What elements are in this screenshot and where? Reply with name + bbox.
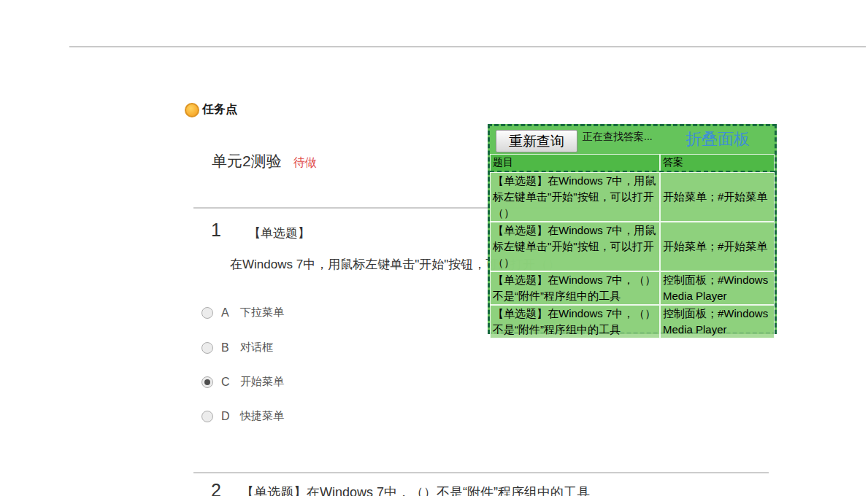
option-letter: A [221, 306, 234, 319]
radio-a[interactable] [201, 307, 213, 319]
collapse-panel-link[interactable]: 折叠面板 [685, 128, 750, 150]
quiz-status-badge: 待做 [293, 155, 317, 171]
question2-row: 2【单选题】在Windows 7中，（）不是“附件”程序组中的工具 [211, 480, 590, 496]
option-label: 快捷菜单 [240, 409, 284, 423]
radio-d[interactable] [201, 411, 213, 422]
answer-row-answer: 开始菜单；#开始菜单 [660, 222, 775, 271]
answer-row-answer: 控制面板；#Windows Media Player [660, 305, 775, 338]
answer-table-row: 【单选题】在Windows 7中，用鼠标左键单击"开始"按钮，可以打开（）开始菜… [490, 172, 775, 222]
answer-table-body: 【单选题】在Windows 7中，用鼠标左键单击"开始"按钮，可以打开（）开始菜… [490, 172, 775, 338]
requery-button[interactable]: 重新查询 [496, 130, 577, 152]
option-label: 下拉菜单 [240, 306, 284, 319]
option-row-d[interactable]: D快捷菜单 [201, 409, 284, 423]
answer-row-question: 【单选题】在Windows 7中，用鼠标左键单击"开始"按钮，可以打开（） [490, 172, 660, 222]
option-letter: C [221, 376, 234, 389]
answer-table-header: 题目 答案 [490, 154, 775, 172]
option-row-a[interactable]: A下拉菜单 [201, 306, 284, 319]
option-label: 开始菜单 [240, 375, 284, 389]
answer-row-answer: 开始菜单；#开始菜单 [660, 172, 775, 222]
radio-b[interactable] [201, 342, 213, 354]
answer-table: 题目 答案 【单选题】在Windows 7中，用鼠标左键单击"开始"按钮，可以打… [490, 154, 775, 338]
quiz-title-row: 单元2测验 待做 [212, 151, 317, 171]
answer-row-question: 【单选题】在Windows 7中，（）不是“附件”程序组中的工具 [490, 305, 660, 338]
answer-row-question: 【单选题】在Windows 7中，用鼠标左键单击"开始"按钮，可以打开（） [490, 222, 660, 271]
option-label: 对话框 [240, 341, 273, 354]
header-question-col: 题目 [490, 154, 660, 171]
header-answer-col: 答案 [660, 154, 775, 171]
question2-number: 2 [211, 480, 221, 496]
search-status-text: 正在查找答案... [583, 131, 653, 144]
task-point-label: 任务点 [202, 102, 237, 117]
answer-row-answer: 控制面板；#Windows Media Player [660, 271, 775, 305]
quiz-title: 单元2测验 [212, 151, 282, 171]
answer-table-row: 【单选题】在Windows 7中，（）不是“附件”程序组中的工具控制面板；#Wi… [490, 271, 775, 305]
answer-table-row: 【单选题】在Windows 7中，用鼠标左键单击"开始"按钮，可以打开（）开始菜… [490, 222, 775, 271]
task-point: 任务点 [185, 102, 237, 117]
task-point-icon [185, 103, 199, 117]
answer-panel-toolbar: 重新查询 正在查找答案... 折叠面板 [490, 126, 775, 154]
option-letter: B [221, 341, 234, 354]
answer-row-question: 【单选题】在Windows 7中，（）不是“附件”程序组中的工具 [490, 271, 660, 305]
question2-text: 【单选题】在Windows 7中，（）不是“附件”程序组中的工具 [241, 485, 590, 496]
option-row-b[interactable]: B对话框 [201, 341, 273, 354]
question2-divider [193, 472, 769, 473]
option-row-c[interactable]: C开始菜单 [201, 375, 284, 389]
quiz-page: 任务点 单元2测验 待做 1 【单选题】 在Windows 7中，用鼠标左键单击… [0, 0, 868, 496]
question1-number: 1 [211, 220, 221, 241]
option-letter: D [221, 410, 234, 423]
question1-type-label: 【单选题】 [248, 225, 310, 241]
answer-helper-panel: 重新查询 正在查找答案... 折叠面板 题目 答案 【单选题】在Windows … [488, 124, 777, 334]
top-divider [69, 46, 866, 47]
answer-table-row: 【单选题】在Windows 7中，（）不是“附件”程序组中的工具控制面板；#Wi… [490, 305, 775, 338]
radio-c[interactable] [201, 376, 213, 388]
